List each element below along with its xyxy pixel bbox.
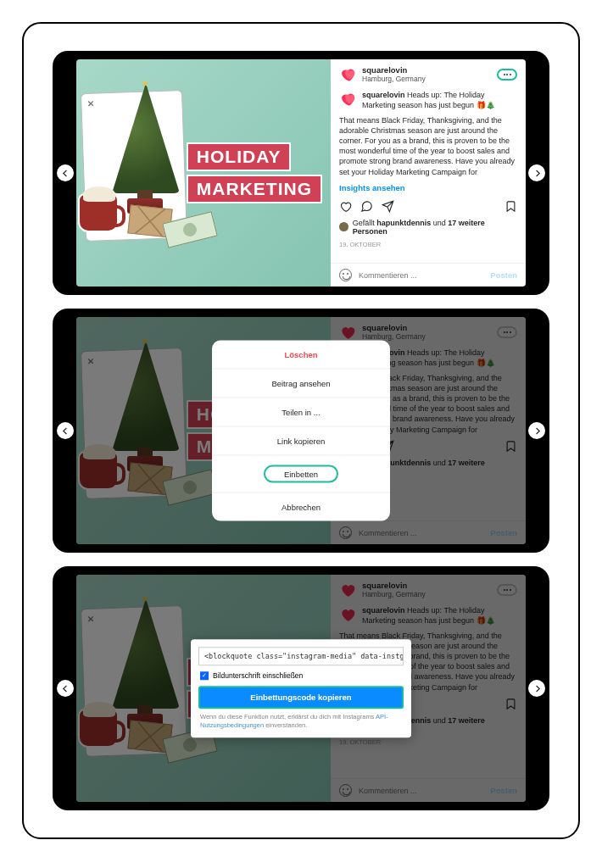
menu-embed[interactable]: Einbetten <box>212 456 390 493</box>
carousel-next[interactable] <box>528 164 545 181</box>
caption: squarelovin Heads up: The Holiday Market… <box>362 90 517 110</box>
menu-cancel[interactable]: Abbrechen <box>212 493 390 521</box>
screen: ✕ ★ HOLIDAYMARKETING squarelovinHamburg,… <box>76 59 526 287</box>
share-icon[interactable] <box>382 200 394 213</box>
comment-icon[interactable] <box>360 200 373 213</box>
embed-dialog: <blockquote class="instagram-media" data… <box>191 639 411 737</box>
device-frame-3: ✕★ HOLIDAYMARKETING squarelovinHamburg, … <box>53 566 549 810</box>
device-frame-2: ✕★ HOLIDAYMARKETING squarelovinHamburg, … <box>53 309 549 553</box>
include-caption-checkbox[interactable]: ✓Bildunterschrift einschließen <box>198 665 404 686</box>
menu-share[interactable]: Teilen in ... <box>212 398 390 427</box>
image-title: HOLIDAYMARKETING <box>187 142 322 203</box>
embed-code-field[interactable]: <blockquote class="instagram-media" data… <box>198 647 404 665</box>
liker-avatar <box>339 222 348 231</box>
terms-text: Wenn du diese Funktion nutzt, erklärst d… <box>198 709 404 730</box>
post-date: 19. OKTOBER <box>331 238 526 253</box>
post-image[interactable]: ✕ ★ HOLIDAYMARKETING <box>76 59 331 287</box>
avatar-icon[interactable] <box>339 91 356 108</box>
menu-copy-link[interactable]: Link kopieren <box>212 427 390 456</box>
carousel-prev[interactable] <box>57 422 74 439</box>
mug-sticker <box>78 193 119 232</box>
options-menu: Löschen Beitrag ansehen Teilen in ... Li… <box>212 341 390 521</box>
avatar-icon[interactable] <box>339 66 356 83</box>
menu-delete[interactable]: Löschen <box>212 341 390 370</box>
post-sidebar: squarelovinHamburg, Germany squarelovin … <box>331 59 526 287</box>
comment-bar: Posten <box>331 263 526 287</box>
action-bar <box>331 197 526 216</box>
carousel-prev[interactable] <box>57 164 74 181</box>
emoji-icon[interactable] <box>339 269 352 281</box>
location[interactable]: Hamburg, Germany <box>362 75 491 83</box>
like-icon[interactable] <box>339 200 352 213</box>
likes-row[interactable]: Gefällt hapunktdennis und 17 weitere Per… <box>331 216 526 238</box>
username[interactable]: squarelovin <box>362 65 491 75</box>
post-body: That means Black Friday, Thanksgiving, a… <box>331 114 526 179</box>
tree-sticker: ★ <box>107 83 185 210</box>
comment-input[interactable] <box>359 271 483 280</box>
device-frame-1: ✕ ★ HOLIDAYMARKETING squarelovinHamburg,… <box>53 51 549 295</box>
page-frame: ✕ ★ HOLIDAYMARKETING squarelovinHamburg,… <box>22 22 580 839</box>
bookmark-icon[interactable] <box>504 200 517 213</box>
menu-view-post[interactable]: Beitrag ansehen <box>212 370 390 398</box>
carousel-prev[interactable] <box>57 680 74 697</box>
carousel-next[interactable] <box>528 680 545 697</box>
post-button[interactable]: Posten <box>490 270 517 280</box>
more-options-button[interactable] <box>497 69 517 81</box>
checkbox-checked-icon: ✓ <box>200 671 209 680</box>
carousel-next[interactable] <box>528 422 545 439</box>
insights-link[interactable]: Insights ansehen <box>331 179 526 197</box>
copy-embed-button[interactable]: Einbettungscode kopieren <box>198 686 404 709</box>
